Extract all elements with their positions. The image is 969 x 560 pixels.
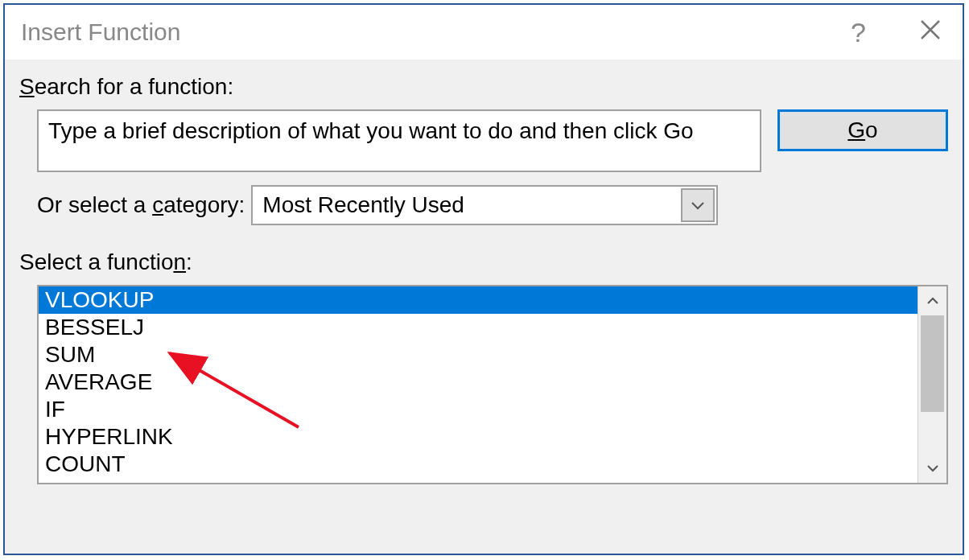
- category-label: Or select a category:: [37, 192, 245, 218]
- list-item[interactable]: HYPERLINK: [39, 423, 917, 451]
- select-function-label: Select a function:: [19, 249, 948, 275]
- list-item[interactable]: SUM: [39, 341, 917, 369]
- list-item[interactable]: BESSELJ: [39, 314, 917, 341]
- help-icon[interactable]: ?: [851, 17, 866, 48]
- scroll-thumb[interactable]: [921, 315, 944, 412]
- category-row: Or select a category: Most Recently Used: [19, 185, 948, 225]
- scrollbar[interactable]: [917, 286, 946, 483]
- search-label: Search for a function:: [19, 74, 948, 100]
- category-select[interactable]: Most Recently Used: [251, 185, 718, 225]
- chevron-down-icon[interactable]: [681, 188, 715, 222]
- scroll-track[interactable]: [918, 315, 946, 454]
- list-item[interactable]: IF: [39, 396, 917, 423]
- dialog-title: Insert Function: [21, 19, 180, 46]
- function-listbox[interactable]: VLOOKUPBESSELJSUMAVERAGEIFHYPERLINKCOUNT: [37, 285, 948, 484]
- list-item[interactable]: AVERAGE: [39, 369, 917, 396]
- search-row: Type a brief description of what you wan…: [19, 109, 948, 172]
- title-actions: ?: [851, 17, 946, 48]
- search-input[interactable]: Type a brief description of what you wan…: [37, 109, 761, 172]
- dialog-content: Search for a function: Type a brief desc…: [5, 60, 963, 484]
- category-value: Most Recently Used: [262, 192, 464, 218]
- scroll-down-icon[interactable]: [918, 454, 946, 483]
- titlebar: Insert Function ?: [5, 5, 963, 60]
- function-list[interactable]: VLOOKUPBESSELJSUMAVERAGEIFHYPERLINKCOUNT: [39, 286, 917, 483]
- list-item[interactable]: VLOOKUP: [39, 286, 917, 314]
- list-item[interactable]: COUNT: [39, 451, 917, 478]
- go-button[interactable]: Go: [777, 109, 948, 151]
- close-icon[interactable]: [914, 18, 946, 47]
- insert-function-dialog: Insert Function ? Search for a function:…: [3, 3, 964, 555]
- scroll-up-icon[interactable]: [918, 286, 946, 315]
